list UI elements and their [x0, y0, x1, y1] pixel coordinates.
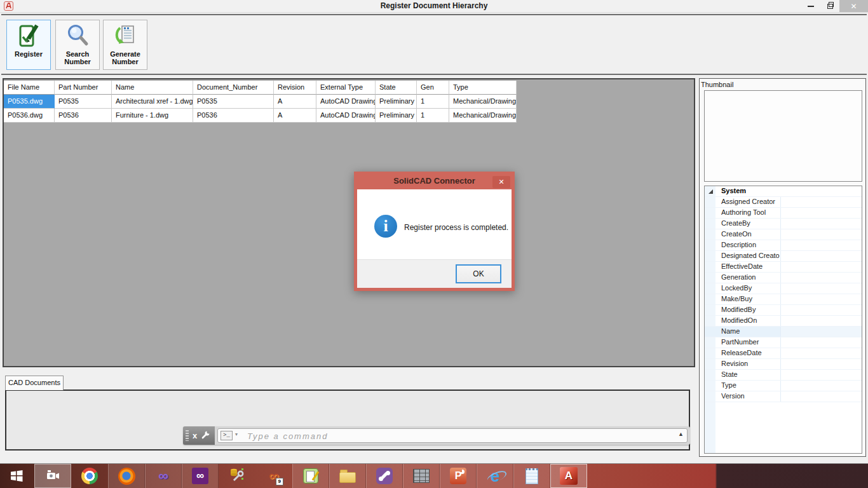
taskbar-screen-recorder[interactable]: [34, 464, 71, 488]
property-row[interactable]: CreateOn: [705, 229, 862, 240]
col-header-revision[interactable]: Revision: [274, 81, 316, 95]
property-value[interactable]: [780, 208, 862, 218]
property-row[interactable]: ModifiedBy: [705, 305, 862, 316]
property-row[interactable]: EffectiveDate: [705, 262, 862, 273]
property-value[interactable]: [780, 294, 862, 304]
close-button[interactable]: ✕: [839, 0, 868, 12]
property-row[interactable]: Version: [705, 391, 862, 402]
minimize-button[interactable]: [801, 0, 820, 12]
taskbar-admin-tools[interactable]: [219, 464, 255, 488]
property-row[interactable]: ReleaseDate: [705, 348, 862, 359]
property-row[interactable]: Authoring Tool: [705, 208, 862, 219]
property-value[interactable]: [780, 381, 862, 391]
taskbar-chrome[interactable]: [71, 464, 108, 488]
property-value[interactable]: [780, 316, 862, 326]
property-value[interactable]: [780, 251, 862, 261]
taskbar-powerpoint[interactable]: P: [440, 464, 477, 488]
property-value[interactable]: [780, 262, 862, 272]
property-value[interactable]: [780, 359, 862, 369]
property-value[interactable]: [780, 337, 862, 348]
taskbar-notepad[interactable]: [513, 464, 550, 488]
cell[interactable]: P0536: [55, 109, 112, 123]
taskbar-internet-explorer[interactable]: e: [477, 464, 513, 488]
generate-number-button[interactable]: Generate Number: [103, 20, 147, 70]
table-row[interactable]: P0536.dwg P0536 Furniture - 1.dwg P0536 …: [4, 109, 517, 123]
property-row[interactable]: Description: [705, 240, 862, 251]
taskbar-file-explorer[interactable]: [329, 464, 366, 488]
property-value[interactable]: [780, 197, 862, 207]
cell[interactable]: Preliminary: [376, 109, 417, 123]
col-header-document-number[interactable]: Document_Number: [193, 81, 274, 95]
command-expand-icon[interactable]: ▲: [678, 431, 684, 437]
col-header-name[interactable]: Name: [112, 81, 193, 95]
property-row[interactable]: Generation: [705, 273, 862, 283]
wrench-icon[interactable]: [201, 430, 211, 442]
drag-handle-icon[interactable]: [186, 430, 189, 441]
taskbar-autocad[interactable]: A: [550, 464, 587, 488]
ok-button[interactable]: OK: [456, 264, 501, 283]
property-row[interactable]: ModifiedOn: [705, 316, 862, 327]
restore-button[interactable]: [820, 0, 839, 12]
taskbar-visual-studio-9[interactable]: ∞ 9: [255, 464, 292, 488]
cell[interactable]: Architectural xref - 1.dwg: [112, 95, 193, 109]
property-value[interactable]: [780, 370, 862, 380]
dialog-title-bar[interactable]: SolidCAD Connector: [356, 174, 512, 189]
command-input[interactable]: [246, 429, 674, 444]
property-value[interactable]: [780, 283, 862, 294]
table-row[interactable]: P0535.dwg P0535 Architectural xref - 1.d…: [4, 95, 517, 109]
property-value[interactable]: [780, 327, 862, 337]
command-bar-grip[interactable]: x: [183, 426, 215, 445]
cell-file-name-selected[interactable]: P0535.dwg: [4, 95, 55, 109]
col-header-type[interactable]: Type: [449, 81, 517, 95]
col-header-gen[interactable]: Gen: [417, 81, 449, 95]
search-number-button[interactable]: Search Number: [55, 20, 100, 70]
taskbar-notepad-plus-plus[interactable]: [292, 464, 329, 488]
cell[interactable]: 1: [417, 95, 449, 109]
cell[interactable]: P0536: [193, 109, 274, 123]
cell[interactable]: 1: [417, 109, 449, 123]
col-header-state[interactable]: State: [376, 81, 417, 95]
cell[interactable]: A: [274, 109, 316, 123]
taskbar-blend[interactable]: ∞: [145, 464, 182, 488]
command-close-icon[interactable]: x: [193, 431, 197, 440]
col-header-external-type[interactable]: External Type: [316, 81, 376, 95]
property-value[interactable]: [780, 348, 862, 358]
property-row[interactable]: Revision: [705, 359, 862, 370]
property-row[interactable]: LockedBy: [705, 283, 862, 294]
taskbar-visual-studio[interactable]: ∞: [182, 464, 219, 488]
dialog-close-button[interactable]: ✕: [492, 176, 510, 188]
cell[interactable]: P0535: [193, 95, 274, 109]
property-row[interactable]: State: [705, 370, 862, 381]
property-value[interactable]: [780, 391, 862, 402]
cell[interactable]: A: [274, 95, 316, 109]
cell[interactable]: P0536.dwg: [4, 109, 55, 123]
property-row[interactable]: PartNumber: [705, 337, 862, 348]
expander-icon[interactable]: [709, 189, 713, 194]
tab-cad-documents[interactable]: CAD Documents: [5, 376, 64, 390]
cell[interactable]: Mechanical/Drawing: [449, 109, 517, 123]
property-row[interactable]: Designated Creato: [705, 251, 862, 262]
command-dropdown-caret[interactable]: ▾: [235, 431, 238, 437]
taskbar-viber[interactable]: [366, 464, 403, 488]
property-value[interactable]: [780, 273, 862, 283]
col-header-file-name[interactable]: File Name: [4, 81, 55, 95]
property-value[interactable]: [780, 229, 862, 240]
property-value[interactable]: [780, 219, 862, 229]
cell[interactable]: Furniture - 1.dwg: [112, 109, 193, 123]
cell[interactable]: Mechanical/Drawing: [449, 95, 517, 109]
property-group-system[interactable]: System: [705, 186, 862, 197]
cell[interactable]: AutoCAD Drawing: [316, 95, 376, 109]
start-button[interactable]: [4, 467, 29, 485]
cell[interactable]: Preliminary: [376, 95, 417, 109]
cell[interactable]: AutoCAD Drawing: [316, 109, 376, 123]
register-button[interactable]: Register: [6, 20, 51, 70]
property-value[interactable]: [780, 240, 862, 250]
property-row[interactable]: Make/Buy: [705, 294, 862, 305]
taskbar-firefox[interactable]: [108, 464, 145, 488]
property-value[interactable]: [780, 305, 862, 315]
property-row-name[interactable]: Name: [705, 327, 862, 337]
col-header-part-number[interactable]: Part Number: [55, 81, 112, 95]
cell[interactable]: P0535: [55, 95, 112, 109]
property-row[interactable]: Assigned Creator: [705, 197, 862, 208]
taskbar-firewall[interactable]: [403, 464, 440, 488]
